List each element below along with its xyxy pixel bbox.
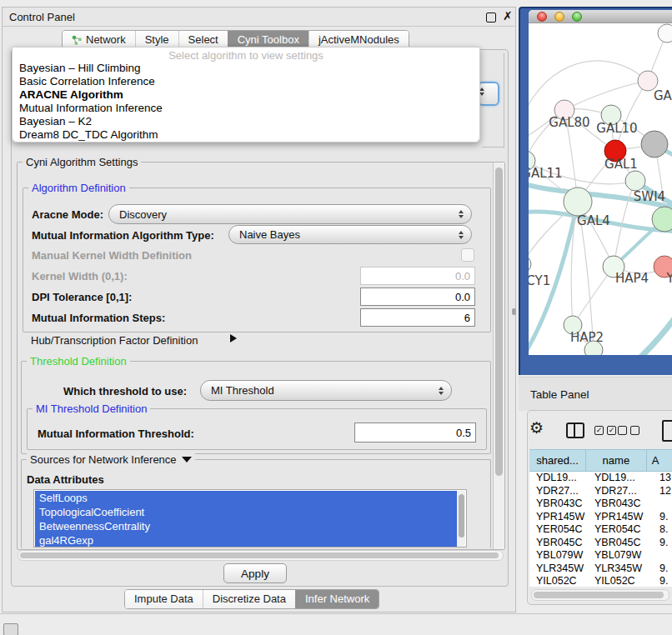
algorithm-option-aracne-algorithm[interactable]: ARACNE Algorithm xyxy=(13,88,479,102)
table-cell: YDL19... xyxy=(529,472,591,485)
network-canvas[interactable]: GALGAL80GAL10GAL1GAL11SWI4GAL4GCY1HAP4YH… xyxy=(529,23,672,355)
collapse-arrow-icon[interactable] xyxy=(182,457,192,462)
network-node[interactable] xyxy=(658,24,672,42)
table-row[interactable]: YER054CYER054C8. xyxy=(529,523,672,537)
select-all-columns-icon[interactable]: ✓✓ xyxy=(594,426,616,435)
network-tab-icon xyxy=(72,35,83,46)
table-row[interactable]: YDR27...YDR27...12 xyxy=(529,485,672,498)
column-header-shared[interactable]: shared... xyxy=(529,450,586,471)
scrollbar-thumb[interactable] xyxy=(20,552,499,558)
network-node-gal4[interactable] xyxy=(564,188,592,216)
tab-label: Discretize Data xyxy=(213,590,286,608)
table-row[interactable]: YIL052CYIL052C9. xyxy=(529,575,672,587)
table-row[interactable]: YDL19...YDL19...13 xyxy=(529,472,672,485)
gear-icon[interactable]: ⚙ xyxy=(529,418,544,437)
kernel-width-field[interactable]: 0.0 xyxy=(360,267,475,285)
table-cell: 13 xyxy=(657,472,672,485)
algorithm-definition-title: Algorithm Definition xyxy=(28,182,129,194)
expand-arrow-icon[interactable] xyxy=(230,334,237,342)
float-window-icon[interactable] xyxy=(486,12,496,22)
table-row[interactable]: YLR345WYLR345W9. xyxy=(529,562,672,576)
network-window-titlebar[interactable] xyxy=(529,10,672,23)
attribute-item-betweennesscentrality[interactable]: BetweennessCentrality xyxy=(35,519,457,533)
table-cell: YBR043C xyxy=(529,498,591,511)
table-row[interactable]: YBL079WYBL079W xyxy=(529,549,672,562)
sources-group-title: Sources for Network Inference xyxy=(27,453,195,466)
table-row[interactable]: YBR043CYBR043C xyxy=(529,498,672,511)
attribute-item-topologicalcoefficient[interactable]: TopologicalCoefficient xyxy=(35,505,457,519)
table-row[interactable]: YBR045CYBR045C9. xyxy=(529,537,672,550)
table-cell: YDR27... xyxy=(591,485,657,498)
network-node-label: SWI4 xyxy=(634,189,665,204)
apply-button[interactable]: Apply xyxy=(223,563,287,583)
network-node[interactable] xyxy=(641,131,668,158)
attribute-item-selfloops[interactable]: SelfLoops xyxy=(35,491,457,505)
algorithm-option-basic-correlation-inference[interactable]: Basic Correlation Inference xyxy=(13,75,479,88)
table-row[interactable]: YPR145WYPR145W9. xyxy=(529,511,672,524)
table-cell: YIL052C xyxy=(591,575,657,587)
table-hscrollbar[interactable] xyxy=(531,589,669,601)
mi-steps-field[interactable]: 6 xyxy=(360,308,475,327)
network-node-swi4[interactable] xyxy=(625,171,645,191)
tab-label: Infer Network xyxy=(305,590,369,608)
spinner-arrows-icon xyxy=(479,88,498,96)
manual-kernel-checkbox[interactable] xyxy=(461,248,474,262)
table-cell: 9. xyxy=(657,537,672,550)
network-node-label: GAL xyxy=(654,88,672,103)
settings-hscrollbar[interactable] xyxy=(18,550,504,561)
dpi-tolerance-field[interactable]: 0.0 xyxy=(360,288,475,306)
cyni-algorithm-settings-group: Cyni Algorithm Settings Algorithm Defini… xyxy=(17,162,505,550)
settings-scrollbar[interactable] xyxy=(493,162,504,549)
mi-threshold-field[interactable]: 0.5 xyxy=(354,422,476,442)
network-node-label: GAL80 xyxy=(549,115,589,130)
algorithm-popup-placeholder: Select algorithm to view settings xyxy=(13,49,479,62)
new-column-icon[interactable] xyxy=(662,420,672,442)
algorithm-option-bayesian-k2[interactable]: Bayesian – K2 xyxy=(13,115,479,128)
attribute-item-gal4rgexp[interactable]: gal4RGexp xyxy=(35,533,457,548)
zoom-traffic-light-icon[interactable] xyxy=(572,12,582,22)
table-cell: YBR045C xyxy=(591,537,657,550)
mi-algorithm-type-select[interactable]: Naive Bayes xyxy=(228,225,472,244)
aracne-mode-value: Discovery xyxy=(119,208,167,221)
mi-threshold-group: MI Threshold Definition Mutual Informati… xyxy=(27,408,487,450)
splitter-handle[interactable] xyxy=(512,308,516,315)
close-icon[interactable]: ✗ xyxy=(503,9,513,22)
scrollbar-thumb[interactable] xyxy=(459,494,464,538)
table-header-row: shared...nameA xyxy=(529,449,672,472)
kernel-width-label: Kernel Width (0,1): xyxy=(32,270,128,282)
dock-panel-icon[interactable] xyxy=(3,623,18,635)
tab-discretize-data[interactable]: Discretize Data xyxy=(203,590,295,608)
which-threshold-select[interactable]: MI Threshold xyxy=(200,380,452,401)
column-header-a[interactable]: A xyxy=(647,450,672,471)
inference-algorithm-combo-button[interactable] xyxy=(478,82,499,106)
control-panel-titlebar: Control Panel ✗ xyxy=(3,8,515,27)
panel-title: Control Panel xyxy=(9,11,75,23)
network-node[interactable] xyxy=(652,207,672,232)
divider xyxy=(0,613,672,614)
network-node-label: GAL11 xyxy=(529,166,563,181)
table-cell: 9. xyxy=(657,562,672,576)
spinner-arrows-icon xyxy=(439,387,444,395)
deselect-all-columns-icon[interactable] xyxy=(618,426,639,435)
column-view-icon[interactable] xyxy=(566,422,584,438)
network-node-gcy1[interactable] xyxy=(529,256,531,272)
table-cell: YDR27... xyxy=(529,485,591,498)
table-panel-strip: Table Panel xyxy=(519,377,672,411)
algorithm-option-mutual-information-inference[interactable]: Mutual Information Inference xyxy=(13,102,479,115)
attributes-scrollbar[interactable] xyxy=(457,491,465,548)
data-attributes-list[interactable]: SelfLoopsTopologicalCoefficientBetweenne… xyxy=(33,489,467,548)
algorithm-option-bayesian-hill-climbing[interactable]: Bayesian – Hill Climbing xyxy=(13,62,479,75)
algorithm-option-dream8-dc-tdc-algorithm[interactable]: Dream8 DC_TDC Algorithm xyxy=(13,128,479,142)
network-node[interactable] xyxy=(584,341,603,355)
column-header-name[interactable]: name xyxy=(586,450,647,471)
aracne-mode-select[interactable]: Discovery xyxy=(108,204,472,224)
minimize-traffic-light-icon[interactable] xyxy=(554,12,564,22)
tab-impute-data[interactable]: Impute Data xyxy=(125,590,203,608)
dpi-tolerance-label: DPI Tolerance [0,1]: xyxy=(32,291,132,303)
scrollbar-thumb[interactable] xyxy=(495,168,503,476)
table-cell: 12 xyxy=(657,485,672,498)
mi-steps-label: Mutual Information Steps: xyxy=(32,312,165,324)
scrollbar-thumb[interactable] xyxy=(534,592,664,598)
tab-infer-network[interactable]: Infer Network xyxy=(295,590,379,608)
close-traffic-light-icon[interactable] xyxy=(537,12,547,22)
